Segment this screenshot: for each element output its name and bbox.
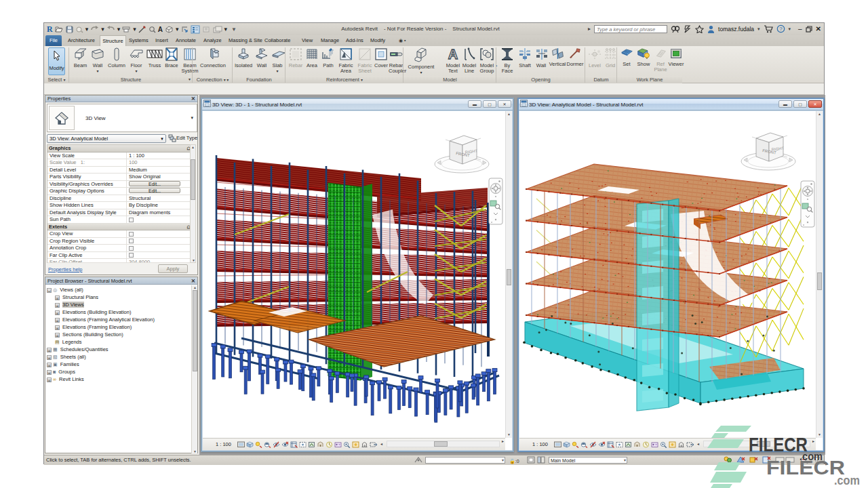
svg-text:.com: .com [834,474,860,487]
svg-text:?: ? [779,26,783,32]
svg-text:A: A [448,47,458,61]
